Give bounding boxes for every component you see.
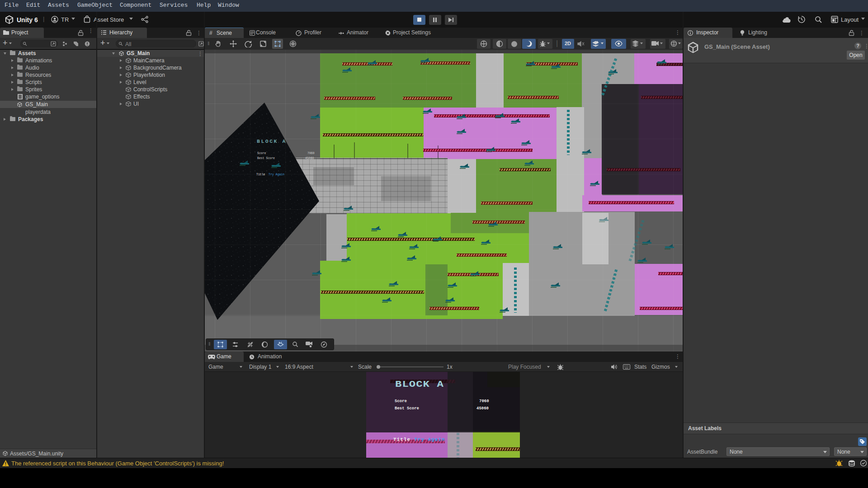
- svg-text:!: !: [840, 462, 841, 467]
